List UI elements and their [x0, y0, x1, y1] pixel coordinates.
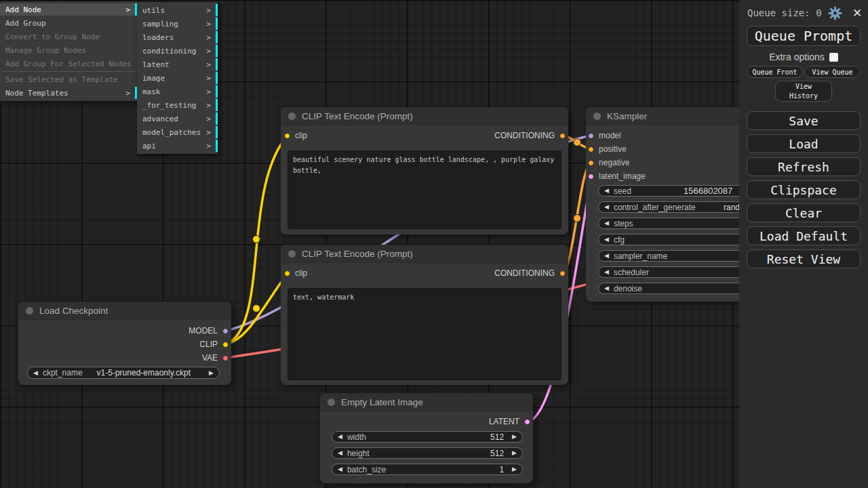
port-dot-clip[interactable] — [284, 270, 290, 277]
submenu-item-utils[interactable]: utils> — [137, 4, 218, 16]
submenu-item-api[interactable]: api> — [137, 140, 218, 152]
port-dot-conditioning[interactable] — [559, 270, 566, 277]
menu-item-node-templates[interactable]: Node Templates > — [0, 87, 137, 99]
node-load-checkpoint[interactable]: Load Checkpoint MODEL CLIP VAE ◀ ckpt_na… — [18, 302, 231, 385]
menu-item-add-group-for-selected-nodes[interactable]: Add Group For Selected Nodes — [0, 58, 137, 70]
input-port-negative[interactable]: negative — [588, 158, 629, 167]
output-port-clip[interactable]: CLIP — [199, 340, 229, 349]
link-midpoint-dot[interactable] — [253, 305, 260, 312]
collapse-dot-icon[interactable] — [593, 113, 601, 120]
clipspace-button[interactable]: Clipspace — [747, 180, 861, 199]
view-history-button[interactable]: View History — [775, 81, 832, 102]
input-port-clip[interactable]: clip — [284, 131, 307, 140]
decrement-arrow-icon[interactable]: ◀ — [604, 237, 609, 243]
output-port-conditioning[interactable]: CONDITIONING — [494, 268, 566, 278]
node-title-bar[interactable]: CLIP Text Encode (Prompt) — [281, 107, 568, 125]
close-menu-icon[interactable]: ✕ — [850, 5, 865, 20]
port-label: MODEL — [189, 326, 218, 336]
submenu-item-latent[interactable]: latent> — [137, 58, 218, 70]
widget-value: 1566802087 — [684, 186, 741, 196]
widget-label: steps — [614, 219, 633, 228]
queue-prompt-button[interactable]: Queue Prompt — [747, 26, 861, 46]
port-dot-latent[interactable] — [588, 174, 594, 180]
input-port-latent-image[interactable]: latent_image — [588, 171, 646, 181]
node-clip-text-encode-1[interactable]: CLIP Text Encode (Prompt) clip CONDITION… — [281, 107, 568, 235]
node-title-bar[interactable]: Empty Latent Image — [320, 393, 533, 411]
widget-width[interactable]: ◀ width 512 ▶ — [332, 431, 523, 443]
decrement-arrow-icon[interactable]: ◀ — [604, 220, 609, 226]
decrement-arrow-icon[interactable]: ◀ — [604, 253, 609, 259]
node-clip-text-encode-2[interactable]: CLIP Text Encode (Prompt) clip CONDITION… — [281, 245, 568, 385]
link-midpoint-dot[interactable] — [253, 236, 260, 243]
decrement-arrow-icon[interactable]: ◀ — [604, 269, 609, 275]
node-empty-latent-image[interactable]: Empty Latent Image LATENT ◀ width 512 ▶ … — [320, 393, 533, 483]
collapse-dot-icon[interactable] — [288, 250, 296, 258]
decrement-arrow-icon[interactable]: ◀ — [338, 466, 342, 472]
input-port-clip[interactable]: clip — [284, 268, 307, 278]
submenu-item-image[interactable]: image> — [137, 72, 218, 84]
port-dot-vae[interactable] — [222, 355, 229, 361]
output-port-vae[interactable]: VAE — [202, 353, 229, 363]
submenu-item-mask[interactable]: mask> — [137, 85, 218, 98]
increment-arrow-icon[interactable]: ▶ — [512, 450, 517, 456]
widget-batch-size[interactable]: ◀ batch_size 1 ▶ — [332, 464, 523, 475]
load-button[interactable]: Load — [747, 134, 861, 153]
menu-item-save-selected-as-template[interactable]: Save Selected as Template — [0, 73, 137, 85]
decrement-arrow-icon[interactable]: ◀ — [604, 204, 609, 210]
view-queue-button[interactable]: View Queue — [804, 66, 861, 78]
menu-item-add-node[interactable]: Add Node > — [0, 3, 137, 16]
widget-label: cfg — [614, 235, 625, 245]
port-dot-latent[interactable] — [524, 419, 530, 425]
node-title-bar[interactable]: Load Checkpoint — [18, 302, 231, 320]
increment-arrow-icon[interactable]: ▶ — [209, 370, 214, 376]
reset-view-button[interactable]: Reset View — [747, 249, 861, 268]
port-dot-conditioning[interactable] — [559, 133, 566, 139]
prompt-textarea[interactable]: text, watermark — [288, 288, 561, 380]
collapse-dot-icon[interactable] — [328, 399, 335, 406]
submenu-item-sampling[interactable]: sampling> — [137, 18, 218, 30]
output-port-conditioning[interactable]: CONDITIONING — [494, 131, 566, 140]
node-title-bar[interactable]: CLIP Text Encode (Prompt) — [281, 245, 568, 263]
menu-item-convert-to-group-node[interactable]: Convert to Group Node — [0, 30, 137, 43]
extra-options-checkbox[interactable] — [829, 53, 838, 62]
widget-ckpt-name[interactable]: ◀ ckpt_name v1-5-pruned-emaonly.ckpt ▶ — [27, 367, 220, 379]
output-port-latent[interactable]: LATENT — [489, 417, 530, 426]
collapse-dot-icon[interactable] — [288, 113, 296, 120]
clear-button[interactable]: Clear — [747, 203, 861, 222]
increment-arrow-icon[interactable]: ▶ — [512, 466, 517, 472]
port-dot-clip[interactable] — [222, 342, 229, 348]
port-dot-clip[interactable] — [284, 133, 290, 139]
submenu-item-for_testing[interactable]: _for_testing> — [137, 99, 218, 111]
output-port-model[interactable]: MODEL — [189, 326, 229, 336]
port-dot-model[interactable] — [588, 133, 594, 139]
decrement-arrow-icon[interactable]: ◀ — [604, 285, 609, 291]
submenu-item-loaders[interactable]: loaders> — [137, 31, 218, 43]
input-port-model[interactable]: model — [588, 131, 621, 140]
menu-item-manage-group-nodes[interactable]: Manage Group Nodes — [0, 44, 137, 56]
queue-front-button[interactable]: Queue Front — [747, 66, 803, 78]
load-default-button[interactable]: Load Default — [747, 226, 861, 245]
port-dot-conditioning[interactable] — [588, 160, 594, 166]
increment-arrow-icon[interactable]: ▶ — [512, 434, 517, 440]
node-title: CLIP Text Encode (Prompt) — [302, 111, 413, 121]
decrement-arrow-icon[interactable]: ◀ — [338, 450, 342, 456]
save-button[interactable]: Save — [747, 111, 861, 130]
link-midpoint-dot[interactable] — [574, 139, 581, 146]
port-dot-conditioning[interactable] — [588, 146, 594, 152]
widget-height[interactable]: ◀ height 512 ▶ — [332, 447, 523, 459]
submenu-item-advanced[interactable]: advanced> — [137, 113, 218, 125]
decrement-arrow-icon[interactable]: ◀ — [604, 188, 609, 194]
port-dot-model[interactable] — [222, 328, 229, 334]
link-midpoint-dot[interactable] — [574, 215, 581, 222]
prompt-textarea[interactable]: beautiful scenery nature glass bottle la… — [288, 150, 561, 229]
decrement-arrow-icon[interactable]: ◀ — [338, 434, 342, 440]
menu-item-add-group[interactable]: Add Group — [0, 17, 137, 29]
input-port-positive[interactable]: positive — [588, 144, 627, 154]
collapse-dot-icon[interactable] — [26, 307, 33, 314]
decrement-arrow-icon[interactable]: ◀ — [33, 370, 38, 376]
submenu-item-conditioning[interactable]: conditioning> — [137, 45, 218, 57]
refresh-button[interactable]: Refresh — [747, 157, 861, 176]
submenu-item-model_patches[interactable]: model_patches> — [137, 126, 218, 138]
submenu-item-label: _for_testing — [142, 101, 196, 110]
settings-gear-icon[interactable] — [828, 6, 842, 20]
